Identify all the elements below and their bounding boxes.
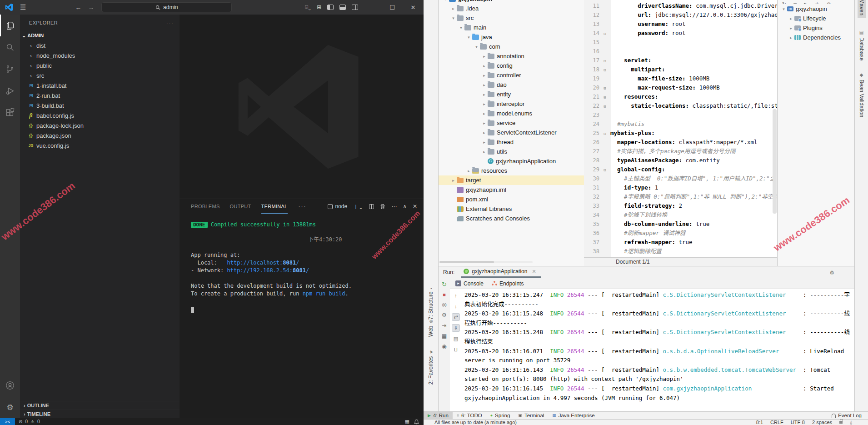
source-control-activity-icon[interactable] — [0, 58, 20, 80]
fold-marker-icon[interactable]: ⊟ — [599, 65, 610, 74]
tree-row[interactable]: ▸ .idea — [439, 4, 584, 13]
layout-icon[interactable]: ▦ — [442, 333, 447, 339]
command-center-search[interactable]: admin — [101, 2, 232, 12]
run-configuration-tab[interactable]: gxjyzhaopinApplication ✕ — [461, 268, 540, 278]
explorer-file-row[interactable]: {} package.json — [20, 130, 180, 140]
scroll-to-end-icon[interactable]: ⇓ — [452, 324, 460, 332]
new-terminal-icon[interactable]: ＋⌄ — [353, 203, 363, 210]
tree-row[interactable]: ▸ target — [439, 175, 584, 185]
hide-panel-icon[interactable]: — — [843, 270, 848, 276]
indent-setting[interactable]: 2 spaces — [812, 420, 832, 425]
feedback-icon[interactable]: ▦ — [405, 419, 409, 425]
explorer-more-actions-icon[interactable]: ··· — [166, 20, 174, 25]
tool-tab-structure[interactable]: 7: Structure▪ — [428, 288, 434, 320]
tree-row[interactable]: ▸ model.enums — [439, 109, 584, 118]
tree-horizontal-scrollbar[interactable] — [439, 261, 533, 263]
pin-icon[interactable]: ◉ — [442, 343, 446, 350]
bottom-tool-tab[interactable]: ≡ 6: TODO — [453, 412, 486, 420]
project-root-row-clipped[interactable]: ▾ gxjyzhaopin — [439, 0, 584, 4]
bottom-tool-tab[interactable]: ▣ Terminal — [514, 412, 548, 420]
tree-row[interactable]: gxjyzhaopinApplication — [439, 156, 584, 166]
tree-row[interactable]: ▸ config — [439, 61, 584, 70]
maximize-panel-icon[interactable]: ∧ — [403, 203, 407, 210]
explorer-file-row[interactable]: {} package-lock.json — [20, 120, 180, 130]
tree-row[interactable]: ▾ java — [439, 32, 584, 42]
copilot-icon[interactable]: ⌻⌄ — [305, 4, 311, 10]
tree-row[interactable]: ▸ entity — [439, 90, 584, 99]
editor-scrollbar[interactable] — [773, 109, 777, 214]
tree-row[interactable]: ▸ thread — [439, 137, 584, 147]
explorer-file-row[interactable]: ⊞ 2-run.bat — [20, 90, 180, 100]
remote-indicator[interactable]: >< — [0, 418, 15, 425]
maven-root-row[interactable]: ▾ gxjyzhaopin — [778, 4, 854, 14]
tree-row[interactable]: gxjyzhaopin.iml — [439, 185, 584, 195]
explorer-file-row[interactable]: › dist — [20, 40, 180, 50]
tree-row[interactable]: ▸ ServletContextListener — [439, 128, 584, 137]
back-arrow-icon[interactable]: ← — [75, 4, 81, 11]
tree-row[interactable]: ▸ annotation — [439, 51, 584, 61]
bottom-tool-tab[interactable]: ● Spring — [486, 412, 514, 420]
panel-more-actions-icon[interactable]: ··· — [299, 203, 307, 210]
tree-row[interactable]: ▸ service — [439, 118, 584, 128]
run-debug-activity-icon[interactable] — [0, 80, 20, 102]
explorer-file-row[interactable]: › src — [20, 70, 180, 80]
panel-tab[interactable]: PROBLEMS — [191, 199, 220, 214]
settings-gear-icon[interactable]: ⚙ — [0, 396, 20, 418]
explorer-file-row[interactable]: ⊞ 1-install.bat — [20, 80, 180, 90]
forward-arrow-icon[interactable]: → — [88, 4, 94, 11]
toggle-sidebar-icon[interactable] — [327, 5, 334, 10]
tree-row[interactable]: ▸ controller — [439, 70, 584, 80]
bottom-tool-tab[interactable]: ▦ Java Enterprise — [548, 412, 599, 420]
up-stacktrace-icon[interactable]: ↑ — [452, 291, 460, 299]
terminal-instance-item[interactable]: node — [328, 203, 347, 210]
maven-item-row[interactable]: ▸ Lifecycle — [778, 14, 854, 23]
explorer-file-row[interactable]: β babel.config.js — [20, 110, 180, 120]
clear-console-trash-icon[interactable]: ⊔ — [452, 346, 460, 354]
tree-row[interactable]: Scratches and Consoles — [439, 214, 584, 223]
tree-row[interactable]: External Libraries — [439, 204, 584, 214]
explorer-file-row[interactable]: ⊞ 3-build.bat — [20, 100, 180, 110]
menu-hamburger-icon[interactable]: ☰ — [20, 3, 26, 11]
terminal-output[interactable]: DONE Compiled successfully in 13881ms下午4… — [180, 214, 424, 315]
status-message[interactable]: All files are up-to-date (a minute ago) — [434, 420, 517, 425]
restart-build-icon[interactable]: ⚙ — [442, 312, 447, 318]
notifications-bell-icon[interactable] — [414, 419, 419, 425]
tool-tab-bean-validation[interactable]: ◆Bean Validation — [858, 72, 865, 117]
fold-marker-icon[interactable]: ⊟ — [599, 84, 610, 92]
toggle-panel-icon[interactable] — [339, 5, 346, 10]
console-tab[interactable]: Console — [455, 280, 484, 287]
explorer-file-row[interactable]: JS vue.config.js — [20, 140, 180, 150]
extensions-activity-icon[interactable] — [0, 102, 20, 124]
event-log-button[interactable]: Event Log — [832, 413, 862, 418]
editor-code-area[interactable]: 11 driverClassName: com.mysql.cj.jdbc.Dr… — [584, 1, 777, 256]
outline-section[interactable]: › OUTLINE — [20, 401, 180, 410]
close-button[interactable]: ✕ — [403, 0, 424, 15]
explorer-file-row[interactable]: › public — [20, 60, 180, 70]
maximize-button[interactable]: ☐ — [382, 0, 403, 15]
panel-more-icon[interactable]: ⋯ — [391, 203, 397, 210]
print-icon[interactable]: ▤ — [452, 335, 460, 343]
down-stacktrace-icon[interactable]: ↓ — [452, 302, 460, 310]
tree-row[interactable]: ▾ main — [439, 23, 584, 32]
timeline-section[interactable]: › TIMELINE — [20, 410, 180, 418]
stop-icon[interactable]: ■ — [443, 292, 446, 297]
network-url-link[interactable]: http://192.168.2.54:8081/ — [227, 267, 309, 274]
tree-row[interactable]: ▾ src — [439, 13, 584, 23]
fold-marker-icon[interactable]: ⊟ — [599, 29, 610, 38]
camera-thread-dump-icon[interactable]: ◎ — [442, 301, 446, 308]
tool-tab-database[interactable]: ▤Database — [858, 30, 865, 60]
split-terminal-icon[interactable] — [369, 204, 374, 209]
attach-icon[interactable]: ⇥ — [442, 322, 446, 329]
run-settings-gear-icon[interactable]: ⚙ — [829, 270, 834, 276]
search-activity-icon[interactable] — [0, 36, 20, 58]
caret-position[interactable]: 8:1 — [756, 420, 763, 425]
close-panel-icon[interactable]: ✕ — [413, 203, 417, 210]
panel-tab[interactable]: TERMINAL — [261, 199, 288, 214]
tree-row[interactable]: ▸ interceptor — [439, 99, 584, 109]
tree-row[interactable]: ▸ dao — [439, 80, 584, 90]
account-icon[interactable] — [0, 375, 20, 396]
tool-tab-maven[interactable]: Maven — [858, 0, 866, 18]
tree-row[interactable]: ▸ utils — [439, 147, 584, 156]
fold-marker-icon[interactable]: ⊟ — [599, 102, 610, 110]
explorer-root-section[interactable]: ⌄ ADMIN — [20, 30, 180, 40]
